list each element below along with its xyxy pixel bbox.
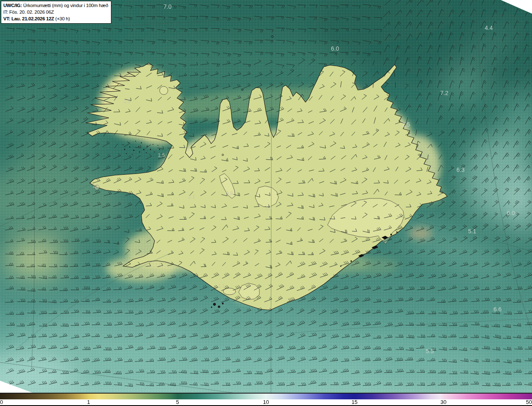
contour-label: 6.0	[331, 45, 339, 52]
contour-label: 1.1	[218, 283, 225, 289]
contour-label: 6.6	[493, 306, 502, 313]
contour-label: 7.0	[163, 3, 172, 10]
colorbar-tick-label: 30	[441, 399, 446, 405]
contour-label: 2.5	[402, 121, 410, 128]
contour-label: 4.4	[485, 24, 493, 31]
colorbar-tick-label: 1	[87, 399, 90, 405]
model-title: Úrkomumætti (mm) og vindur i 100m hæð	[23, 3, 108, 8]
contour-label: 7.2	[440, 90, 448, 96]
title-line-it: IT: Fös. 20. 02. 2026 06Z	[3, 9, 108, 15]
weather-map-frame: 7.04.46.07.22.56.36.05.16.65.51.51.51.60…	[0, 0, 532, 406]
contour-label: 1.5	[158, 152, 165, 158]
contour-label: 5.1	[468, 228, 476, 235]
model-prefix: UWC/IG:	[3, 3, 22, 8]
colorbar	[0, 394, 532, 399]
title-line-vt: VT: Lau. 21.02.2026 12Z (+30 h)	[3, 15, 108, 22]
colorbar-tick-label: 50	[526, 399, 532, 405]
colorbar-tick-label: 5	[176, 399, 179, 405]
contour-label: 6.0	[507, 210, 515, 216]
colorbar-labels: 01510153050	[0, 399, 532, 406]
contour-label: 6.3	[456, 166, 465, 173]
contour-label: 0.7	[266, 205, 273, 211]
colorbar-tick-label: 0	[0, 399, 3, 405]
contour-label: 2.1	[188, 194, 195, 200]
contour-label: 5.5	[426, 348, 434, 355]
contour-label: 1.5	[123, 98, 131, 104]
title-line-model: UWC/IG: Úrkomumætti (mm) og vindur i 100…	[3, 2, 108, 9]
contour-label: 1.6	[93, 183, 100, 189]
colorbar-tick-label: 15	[352, 399, 357, 405]
map-canvas: 7.04.46.07.22.56.36.05.16.65.51.51.51.60…	[0, 0, 532, 394]
colorbar-tick-label: 10	[263, 399, 269, 405]
contour-label: 0.8	[226, 191, 233, 196]
title-box: UWC/IG: Úrkomumætti (mm) og vindur i 100…	[1, 1, 111, 24]
